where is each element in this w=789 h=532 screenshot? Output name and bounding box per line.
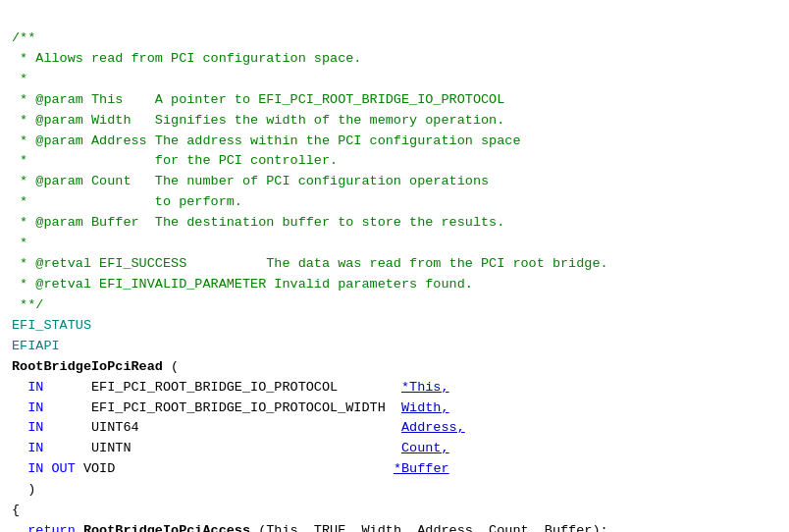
kw-in-1: IN [27,380,43,395]
param-this: IN EFI_PCI_ROOT_BRIDGE_IO_PROTOCOL *This… [12,380,449,395]
comment-param-this: * @param This A pointer to EFI_PCI_ROOT_… [12,92,504,107]
kw-return: return [27,523,76,532]
comment-end: **/ [12,297,43,312]
func-name: RootBridgeIoPciRead [12,359,163,374]
func-access-call: RootBridgeIoPciAccess [83,523,250,532]
param-count: IN UINTN Count, [12,441,449,455]
func-open-paren: ( [163,359,179,374]
open-brace: { [12,503,20,517]
link-count: Count, [401,441,449,455]
type-efistatus: EFI_STATUS [12,318,91,333]
link-address: Address, [401,420,465,435]
kw-inout: IN OUT [27,461,76,476]
return-line: return RootBridgeIoPciAccess (This, TRUE… [12,523,608,532]
comment-param-address-1: * @param Address The address within the … [12,133,520,148]
link-buffer: *Buffer [394,461,449,476]
close-paren: ) [12,482,35,497]
comment-retval-success: * @retval EFI_SUCCESS The data was read … [12,256,608,271]
param-buffer: IN OUT VOID *Buffer [12,461,449,476]
param-address: IN UINT64 Address, [12,420,465,435]
type-efiapi: EFIAPI [12,339,60,353]
comment-param-address-2: * for the PCI controller. [12,153,338,168]
code-block: /** * Allows read from PCI configuration… [0,0,789,532]
comment-line-2: * Allows read from PCI configuration spa… [12,51,361,66]
comment-line-3: * [12,72,27,86]
comment-param-count-1: * @param Count The number of PCI configu… [12,174,489,188]
kw-in-2: IN [27,400,43,415]
comment-retval-invalid: * @retval EFI_INVALID_PARAMETER Invalid … [12,277,473,292]
param-width: IN EFI_PCI_ROOT_BRIDGE_IO_PROTOCOL_WIDTH… [12,400,449,415]
func-def-line: RootBridgeIoPciRead ( [12,359,179,374]
kw-in-3: IN [27,420,43,435]
link-width: Width, [401,400,449,415]
comment-blank: * [12,236,27,250]
kw-in-4: IN [27,441,43,455]
link-this: *This, [401,380,449,395]
comment-param-width: * @param Width Signifies the width of th… [12,113,504,128]
comment-param-count-2: * to perform. [12,194,242,209]
comment-line-1: /** [12,30,35,45]
comment-param-buffer: * @param Buffer The destination buffer t… [12,215,504,230]
